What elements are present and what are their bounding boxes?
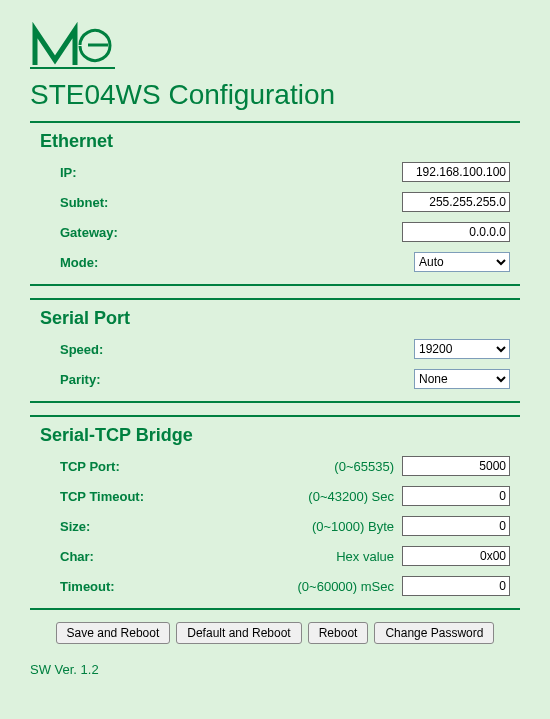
version-text: SW Ver. 1.2 — [30, 662, 520, 677]
tcp-timeout-hint: (0~43200) Sec — [170, 489, 402, 504]
logo — [30, 20, 520, 74]
parity-label: Parity: — [60, 372, 170, 387]
change-password-button[interactable]: Change Password — [374, 622, 494, 644]
default-reboot-button[interactable]: Default and Reboot — [176, 622, 301, 644]
reboot-button[interactable]: Reboot — [308, 622, 369, 644]
char-label: Char: — [60, 549, 170, 564]
speed-label: Speed: — [60, 342, 170, 357]
timeout-label: Timeout: — [60, 579, 170, 594]
size-label: Size: — [60, 519, 170, 534]
ethernet-section: Ethernet IP: Subnet: Gateway: Mode: Auto — [30, 121, 520, 286]
tcp-timeout-input[interactable] — [402, 486, 510, 506]
size-hint: (0~1000) Byte — [170, 519, 402, 534]
mode-select[interactable]: Auto — [414, 252, 510, 272]
size-input[interactable] — [402, 516, 510, 536]
parity-select[interactable]: None — [414, 369, 510, 389]
serial-section: Serial Port Speed: 19200 Parity: None — [30, 298, 520, 403]
save-reboot-button[interactable]: Save and Reboot — [56, 622, 171, 644]
subnet-label: Subnet: — [60, 195, 170, 210]
tcp-timeout-label: TCP Timeout: — [60, 489, 170, 504]
button-row: Save and Reboot Default and Reboot Reboo… — [30, 622, 520, 644]
page-title: STE04WS Configuration — [30, 79, 520, 111]
char-input[interactable] — [402, 546, 510, 566]
bridge-section: Serial-TCP Bridge TCP Port: (0~65535) TC… — [30, 415, 520, 610]
mode-label: Mode: — [60, 255, 170, 270]
timeout-hint: (0~60000) mSec — [170, 579, 402, 594]
gateway-label: Gateway: — [60, 225, 170, 240]
ip-label: IP: — [60, 165, 170, 180]
bridge-title: Serial-TCP Bridge — [40, 425, 510, 446]
tcp-port-hint: (0~65535) — [170, 459, 402, 474]
timeout-input[interactable] — [402, 576, 510, 596]
tcp-port-label: TCP Port: — [60, 459, 170, 474]
tcp-port-input[interactable] — [402, 456, 510, 476]
speed-select[interactable]: 19200 — [414, 339, 510, 359]
ip-input[interactable] — [402, 162, 510, 182]
subnet-input[interactable] — [402, 192, 510, 212]
char-hint: Hex value — [170, 549, 402, 564]
serial-title: Serial Port — [40, 308, 510, 329]
gateway-input[interactable] — [402, 222, 510, 242]
ethernet-title: Ethernet — [40, 131, 510, 152]
